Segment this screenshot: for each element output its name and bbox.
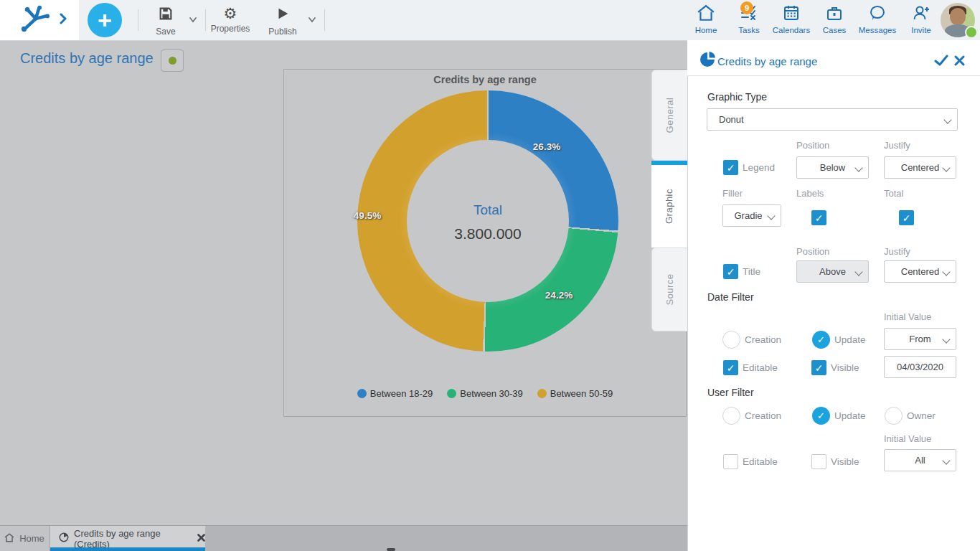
graphic-type-select[interactable]: Donut <box>707 108 958 131</box>
chevron-down-icon <box>854 268 862 276</box>
user-creation-label: Creation <box>745 410 781 421</box>
nav-messages[interactable]: Messages <box>856 4 899 34</box>
home-icon <box>697 4 715 24</box>
legend-item: Between 30-39 <box>447 388 522 399</box>
user-update-radio[interactable]: ✓ <box>812 407 830 425</box>
donut-center <box>407 140 569 302</box>
page-title: Credits by age range <box>20 50 154 67</box>
tab-graphic[interactable]: Graphic <box>651 165 687 248</box>
total-label: Total <box>884 188 903 199</box>
scroll-nub[interactable] <box>387 548 395 551</box>
filler-label: Filler <box>722 188 743 199</box>
tab-source[interactable]: Source <box>651 248 687 331</box>
save-icon <box>158 6 174 24</box>
title-checkbox[interactable]: ✓ <box>723 264 738 279</box>
date-visible-label: Visible <box>831 362 859 373</box>
home-tab-label: Home <box>19 533 44 544</box>
date-update-label: Update <box>834 334 866 345</box>
legend-justify-label: Justify <box>884 140 910 151</box>
legend-dot-green <box>447 389 456 398</box>
user-initial-value-select[interactable]: All <box>884 449 956 471</box>
legend-checkbox[interactable]: ✓ <box>723 160 738 175</box>
filler-select[interactable]: Gradie <box>722 204 781 227</box>
nav-tasks[interactable]: 9 Tasks <box>727 4 771 34</box>
legend-justify-value: Centered <box>901 162 939 173</box>
active-tab-label: Credits by age range (Credits) <box>74 528 188 550</box>
user-creation-radio[interactable] <box>722 407 740 425</box>
date-value-input[interactable]: 04/03/2020 <box>884 356 956 378</box>
close-panel-button[interactable] <box>954 55 965 69</box>
date-creation-radio[interactable] <box>722 331 740 349</box>
date-initial-value-select[interactable]: From <box>884 328 956 350</box>
topbar: + Save ⚙ Properties Publis <box>0 0 980 41</box>
graphic-type-value: Donut <box>719 114 744 125</box>
sidebar-expand-chevron-icon[interactable] <box>59 13 67 27</box>
labels-checkbox[interactable]: ✓ <box>811 210 826 225</box>
slice-label-18-29: 26.3% <box>533 141 560 152</box>
nav-messages-label: Messages <box>859 26 896 34</box>
logo-area <box>0 0 79 40</box>
nav-invite-label: Invite <box>911 26 931 34</box>
legend-justify-select[interactable]: Centered <box>884 156 956 179</box>
nav-invite[interactable]: Invite <box>900 4 943 34</box>
pie-tab-icon <box>59 532 69 545</box>
date-visible-checkbox[interactable]: ✓ <box>811 360 826 375</box>
date-filter-header: Date Filter <box>707 291 754 303</box>
nav-cases[interactable]: Cases <box>813 4 856 34</box>
nav-calendars[interactable]: Calendars <box>770 4 813 34</box>
nav-tasks-label: Tasks <box>738 26 759 34</box>
date-initial-value: From <box>909 334 930 344</box>
chart-legend: Between 18-29 Between 30-39 Between 50-5… <box>283 388 687 399</box>
date-editable-checkbox[interactable]: ✓ <box>723 360 738 375</box>
bottom-tab-home[interactable]: Home <box>0 526 49 551</box>
date-creation-option[interactable]: Creation <box>722 331 781 349</box>
user-visible-option[interactable]: Visible <box>811 454 859 469</box>
add-widget-button[interactable]: + <box>88 3 122 37</box>
date-update-radio[interactable]: ✓ <box>812 331 830 349</box>
user-owner-radio[interactable] <box>885 407 903 425</box>
user-editable-option[interactable]: Editable <box>723 454 778 469</box>
user-editable-checkbox[interactable] <box>723 454 738 469</box>
widget-status-button[interactable] <box>161 50 184 72</box>
publish-dropdown-chevron-icon[interactable] <box>307 14 317 27</box>
briefcase-icon <box>825 4 844 24</box>
tab-general[interactable]: General <box>651 70 687 161</box>
total-checkbox[interactable]: ✓ <box>899 210 914 225</box>
legend-dot-gold <box>537 389 547 398</box>
app-logo-icon <box>19 5 50 35</box>
chevron-down-icon <box>942 164 950 171</box>
nav-cases-label: Cases <box>823 26 847 34</box>
avatar-face <box>950 8 966 25</box>
title-position-select[interactable]: Above <box>796 260 869 283</box>
user-creation-option[interactable]: Creation <box>722 407 781 425</box>
legend-checkbox-label: Legend <box>743 162 775 173</box>
title-justify-value: Centered <box>901 266 939 277</box>
legend-position-select[interactable]: Below <box>796 156 869 179</box>
date-update-option[interactable]: ✓ Update <box>812 331 866 349</box>
title-justify-select[interactable]: Centered <box>884 260 956 283</box>
toolbar-divider <box>205 9 206 31</box>
date-visible-option[interactable]: ✓ Visible <box>811 360 859 375</box>
legend-toggle[interactable]: ✓ Legend <box>723 160 775 175</box>
message-bubble-icon <box>868 4 887 24</box>
save-button[interactable]: Save <box>142 6 189 37</box>
save-dropdown-chevron-icon[interactable] <box>188 14 198 27</box>
user-editable-label: Editable <box>743 456 778 467</box>
chevron-down-icon <box>942 335 950 343</box>
apply-check-button[interactable] <box>934 55 948 70</box>
publish-button[interactable]: Publish <box>263 6 303 37</box>
user-visible-checkbox[interactable] <box>811 454 826 469</box>
chart-title: Credits by age range <box>283 74 687 85</box>
home-tab-icon <box>4 533 14 545</box>
date-editable-label: Editable <box>743 362 778 373</box>
filler-value: Gradie <box>734 210 762 221</box>
title-toggle[interactable]: ✓ Title <box>723 264 760 279</box>
green-status-dot <box>169 57 176 65</box>
user-owner-option[interactable]: Owner <box>885 407 936 425</box>
plus-icon: + <box>98 6 112 34</box>
date-editable-option[interactable]: ✓ Editable <box>723 360 778 375</box>
properties-button[interactable]: ⚙ Properties <box>209 6 251 34</box>
nav-home[interactable]: Home <box>684 4 727 34</box>
user-update-option[interactable]: ✓ Update <box>812 407 866 425</box>
close-tab-icon[interactable] <box>197 533 205 544</box>
